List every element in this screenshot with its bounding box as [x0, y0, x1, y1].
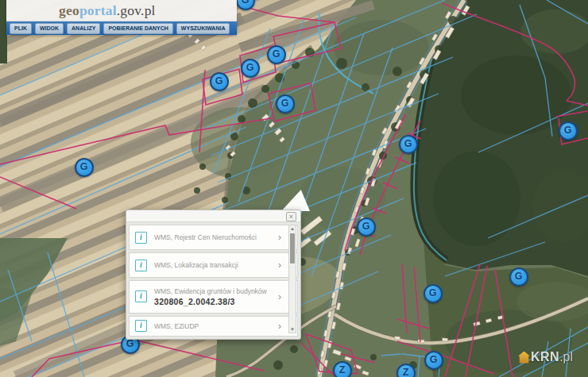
map-marker-z[interactable]: Z — [333, 361, 352, 377]
map-marker-z[interactable]: Z — [397, 364, 416, 377]
logo-text-suffix: .gov.pl — [117, 2, 156, 19]
map-marker-g[interactable]: G — [357, 217, 376, 237]
map-marker-g[interactable]: G — [241, 59, 260, 78]
info-icon: i — [135, 290, 147, 302]
parcel-id-value: 320806_2.0042.38/3 — [154, 297, 275, 306]
map-marker-g[interactable]: G — [210, 72, 229, 91]
info-icon: i — [135, 232, 147, 244]
layer-label: WMS, Rejestr Cen Nieruchomości — [154, 233, 275, 242]
geoportal-logo[interactable]: geoportal.gov.pl — [6, 0, 237, 21]
layer-row-eziudp[interactable]: i WMS, EZiUDP › — [129, 316, 298, 337]
map-marker-g[interactable]: G — [424, 284, 443, 303]
close-icon[interactable]: × — [286, 212, 296, 221]
menu-bar: PLIK WIDOK ANALIZY POBIERANIE DANYCH WYS… — [6, 21, 237, 35]
chevron-right-icon: › — [278, 232, 281, 243]
layer-label: WMS, EZiUDP — [154, 322, 275, 331]
popup-header: × — [126, 210, 300, 222]
layer-row-lokalizacja[interactable]: i WMS, Lokalizacja transakcji › — [129, 252, 298, 278]
chevron-right-icon: › — [278, 321, 281, 332]
chevron-right-icon: › — [278, 260, 281, 271]
map-marker-g[interactable]: G — [559, 121, 578, 140]
map-marker-g[interactable]: G — [276, 94, 295, 113]
info-icon: i — [135, 260, 147, 271]
menu-item-analizy[interactable]: ANALIZY — [67, 23, 100, 34]
chevron-right-icon: › — [278, 291, 281, 302]
menu-item-pobieranie-danych[interactable]: POBIERANIE DANYCH — [103, 23, 172, 34]
header: geoportal.gov.pl PLIK WIDOK ANALIZY POBI… — [6, 0, 237, 35]
map-marker-g[interactable]: G — [267, 45, 286, 64]
map-marker-g[interactable]: G — [424, 351, 443, 370]
layer-row-ewidencja[interactable]: i WMS, Ewidencja gruntów i budynków 3208… — [129, 280, 298, 314]
popup-body: i WMS, Rejestr Cen Nieruchomości › i WMS… — [129, 225, 298, 337]
map-marker-g[interactable]: G — [399, 135, 418, 154]
map-marker-g[interactable]: G — [509, 267, 528, 287]
layer-info-popup: × i WMS, Rejestr Cen Nieruchomości › i W… — [126, 210, 301, 340]
scroll-thumb[interactable] — [290, 233, 295, 264]
info-icon: i — [135, 320, 147, 332]
layer-row-rejestr-cen[interactable]: i WMS, Rejestr Cen Nieruchomości › — [129, 225, 298, 250]
scroll-up-icon[interactable]: ▲ — [289, 225, 296, 232]
logo-text-portal: portal — [79, 2, 117, 19]
menu-item-plik[interactable]: PLIK — [10, 23, 32, 34]
menu-item-widok[interactable]: WIDOK — [35, 23, 64, 34]
menu-item-wyszukiwania[interactable]: WYSZUKIWANIA — [176, 23, 230, 34]
layer-label: WMS, Lokalizacja transakcji — [154, 261, 275, 270]
layer-label: WMS, Ewidencja gruntów i budynków — [154, 287, 275, 296]
logo-text-geo: geo — [59, 2, 79, 19]
scroll-down-icon[interactable]: ▼ — [289, 326, 296, 333]
popup-scrollbar[interactable]: ▲ ▼ — [288, 225, 296, 333]
geoportal-map-view[interactable]: GGGGGGGGGGGGGZZ × i WMS, Rejestr Cen Nie… — [0, 0, 588, 377]
map-marker-g[interactable]: G — [75, 158, 94, 177]
